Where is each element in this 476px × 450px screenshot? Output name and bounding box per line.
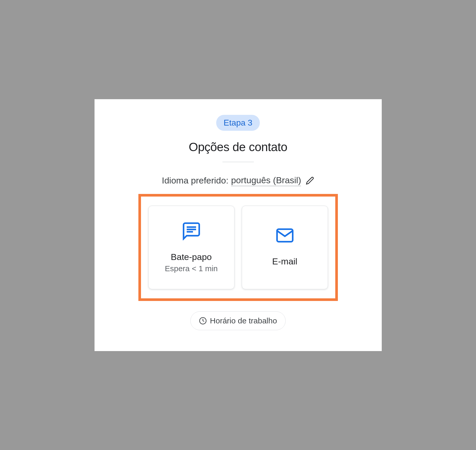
page-title: Opções de contato [189,140,287,154]
language-row: Idioma preferido: português (Brasil) [162,175,314,186]
email-option-card[interactable]: E-mail [242,206,328,289]
language-label: Idioma preferido: [162,175,228,186]
options-highlight-box: Bate-papo Espera < 1 min E-mail [138,194,338,301]
chat-card-title: Bate-papo [171,252,212,262]
step-label: Etapa 3 [224,118,252,127]
chat-card-subtitle: Espera < 1 min [165,264,218,273]
divider [222,162,254,162]
language-value: português (Brasil) [231,175,301,186]
clock-icon [199,317,207,325]
pencil-icon [306,176,314,185]
chat-icon [182,222,201,241]
contact-options-panel: Etapa 3 Opções de contato Idioma preferi… [95,99,382,351]
edit-language-button[interactable] [306,176,314,185]
chat-option-card[interactable]: Bate-papo Espera < 1 min [148,206,234,289]
working-hours-button[interactable]: Horário de trabalho [190,311,286,330]
working-hours-label: Horário de trabalho [210,316,277,325]
step-badge: Etapa 3 [216,115,260,131]
email-card-title: E-mail [272,256,297,267]
mail-icon [275,226,294,246]
